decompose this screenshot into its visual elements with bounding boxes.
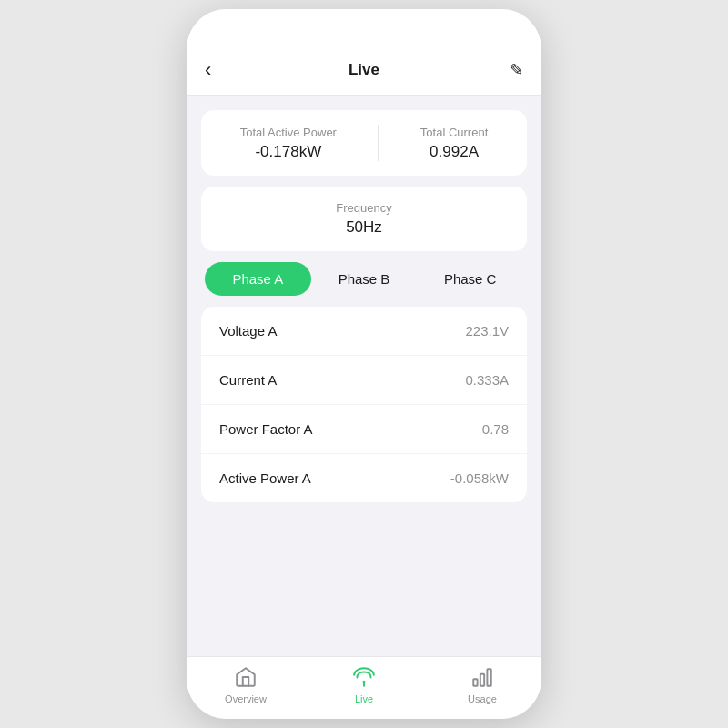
voltage-label: Voltage A [219,323,277,339]
svg-rect-2 [473,679,477,686]
total-current-item: Total Current 0.992A [420,126,488,161]
status-bar [187,9,541,49]
active-power-label: Active Power A [219,470,311,486]
total-active-power-value: -0.178kW [255,143,321,161]
svg-rect-3 [480,674,484,686]
frequency-value: 50Hz [219,218,509,237]
live-icon [351,664,377,690]
svg-rect-4 [487,669,490,685]
nav-label-overview: Overview [225,693,267,704]
total-current-value: 0.992A [430,143,479,161]
nav-label-usage: Usage [468,693,497,704]
metrics-card: Voltage A 223.1V Current A 0.333A Power … [201,307,527,502]
total-current-label: Total Current [420,126,488,139]
total-active-power-label: Total Active Power [240,126,337,139]
metric-row-current: Current A 0.333A [201,356,527,405]
current-label: Current A [219,372,277,388]
bottom-nav: Overview Live Usa [187,656,541,719]
metric-row-active-power: Active Power A -0.058kW [201,454,527,502]
home-icon [233,664,258,690]
power-factor-value: 0.78 [482,421,509,437]
power-factor-label: Power Factor A [219,421,313,437]
back-button[interactable]: ‹ [205,58,232,82]
metric-row-power-factor: Power Factor A 0.78 [201,405,527,454]
tab-phase-a[interactable]: Phase A [205,262,311,296]
content-area: Total Active Power -0.178kW Total Curren… [187,96,541,656]
phone-container: ‹ Live ✎ Total Active Power -0.178kW Tot… [187,9,541,719]
tab-phase-b[interactable]: Phase B [311,262,418,296]
nav-item-live[interactable]: Live [332,664,396,704]
nav-label-live: Live [355,693,373,704]
summary-divider [378,125,379,161]
nav-item-overview[interactable]: Overview [214,664,278,704]
current-value: 0.333A [465,372,509,388]
frequency-card: Frequency 50Hz [201,187,527,251]
header: ‹ Live ✎ [187,49,541,96]
frequency-label: Frequency [219,201,509,215]
tab-phase-c[interactable]: Phase C [417,262,523,296]
nav-item-usage[interactable]: Usage [450,664,514,704]
active-power-value: -0.058kW [450,470,509,486]
usage-icon [470,664,495,690]
edit-button[interactable]: ✎ [496,60,523,80]
voltage-value: 223.1V [465,323,509,339]
metric-row-voltage: Voltage A 223.1V [201,307,527,356]
phase-tabs: Phase A Phase B Phase C [201,262,527,296]
page-title: Live [349,61,379,79]
total-active-power-item: Total Active Power -0.178kW [240,126,337,161]
summary-card: Total Active Power -0.178kW Total Curren… [201,110,527,176]
